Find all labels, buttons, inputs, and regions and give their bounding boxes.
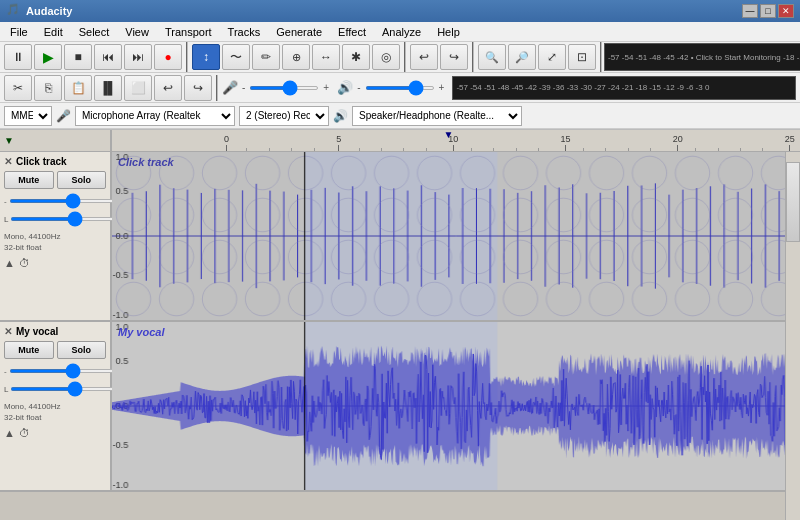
ruler-minor-tick xyxy=(583,148,584,151)
menu-item-select[interactable]: Select xyxy=(71,24,118,40)
cut-button[interactable]: ✂ xyxy=(4,75,32,101)
vocal-track-waveform[interactable]: My vocal xyxy=(112,322,800,490)
meter-scale-row: -57 -54 -51 -48 -45 -42 • Click to Start… xyxy=(608,51,800,63)
zoom-tool[interactable]: ⊕ xyxy=(282,44,310,70)
ruler-mark-25: 25 xyxy=(785,134,795,151)
vocal-track-label: My vocal xyxy=(118,326,164,338)
vocal-track-close[interactable]: ✕ xyxy=(4,326,12,337)
mic-icon: 🎤 xyxy=(222,80,238,95)
menu-item-file[interactable]: File xyxy=(2,24,36,40)
click-mute-button[interactable]: Mute xyxy=(4,171,54,189)
trim-button[interactable]: ▐▌ xyxy=(94,75,122,101)
device-row: MME 🎤 Microphone Array (Realtek 2 (Stere… xyxy=(0,103,800,129)
ruler-minor-tick xyxy=(269,148,270,151)
zoom-out-button[interactable]: 🔎 xyxy=(508,44,536,70)
window-controls: — □ ✕ xyxy=(742,4,794,18)
output-device-select[interactable]: Speaker/Headphone (Realte... xyxy=(352,106,522,126)
click-pan-l: L xyxy=(4,215,8,224)
zoom-toolbar: 🔍 🔎 ⤢ ⊡ xyxy=(474,42,602,72)
draw-mode[interactable]: ◎ xyxy=(372,44,400,70)
ruler-minor-tick xyxy=(493,148,494,151)
menu-item-view[interactable]: View xyxy=(117,24,157,40)
redo-button[interactable]: ↪ xyxy=(440,44,468,70)
ruler-minor-tick xyxy=(762,148,763,151)
scrollbar-thumb[interactable] xyxy=(786,162,800,242)
maximize-button[interactable]: □ xyxy=(760,4,776,18)
app-icon: 🎵 xyxy=(6,3,22,19)
click-track-controls: ✕ Click track Mute Solo - + L xyxy=(0,152,112,320)
ruler-minor-tick xyxy=(628,148,629,151)
stop-button[interactable]: ■ xyxy=(64,44,92,70)
vocal-collapse-icon[interactable]: ▲ xyxy=(4,427,15,439)
selection-tool[interactable]: ↕ xyxy=(192,44,220,70)
vocal-settings-icon[interactable]: ⏱ xyxy=(19,427,30,439)
undo-button[interactable]: ↩ xyxy=(410,44,438,70)
multi-tool[interactable]: ✱ xyxy=(342,44,370,70)
draw-tool[interactable]: ✏ xyxy=(252,44,280,70)
clip-toolbar: ✂ ⎘ 📋 ▐▌ ⬜ ↩ ↪ xyxy=(4,75,218,101)
click-track-waveform[interactable]: Click track xyxy=(112,152,800,320)
playback-scale-row: -57 -54 -51 -48 -45 -42 -39 -36 -33 -30 … xyxy=(456,82,792,94)
ruler-mark-5: 5 xyxy=(336,134,341,151)
playback-scale-label: -57 -54 -51 -48 -45 -42 -39 -36 -33 -30 … xyxy=(456,83,709,92)
vocal-solo-button[interactable]: Solo xyxy=(57,341,107,359)
menu-item-tracks[interactable]: Tracks xyxy=(220,24,269,40)
menu-item-transport[interactable]: Transport xyxy=(157,24,220,40)
ruler-minor-tick xyxy=(516,148,517,151)
output-vol-minus: - xyxy=(357,82,360,93)
close-button[interactable]: ✕ xyxy=(778,4,794,18)
timeline-ruler[interactable]: ▼ 051015202530▼ xyxy=(0,130,800,152)
zoom-in-button[interactable]: 🔍 xyxy=(478,44,506,70)
skip-start-button[interactable]: ⏮ xyxy=(94,44,122,70)
vertical-scrollbar[interactable] xyxy=(785,152,800,520)
input-vol-minus: - xyxy=(242,82,245,93)
tools-toolbar: ↕ 〜 ✏ ⊕ ↔ ✱ ◎ xyxy=(188,42,406,72)
envelope-tool[interactable]: 〜 xyxy=(222,44,250,70)
app-title: Audacity xyxy=(26,5,742,17)
transport-toolbar: ⏸ ▶ ■ ⏮ ⏭ ● xyxy=(0,42,188,72)
ruler-mark-20: 20 xyxy=(673,134,683,151)
playback-meter[interactable]: -57 -54 -51 -48 -45 -42 -39 -36 -33 -30 … xyxy=(452,76,796,100)
timeshift-tool[interactable]: ↔ xyxy=(312,44,340,70)
skip-end-button[interactable]: ⏭ xyxy=(124,44,152,70)
vocal-mute-button[interactable]: Mute xyxy=(4,341,54,359)
ruler-minor-tick xyxy=(314,148,315,151)
silence-button[interactable]: ⬜ xyxy=(124,75,152,101)
fit-selection-button[interactable]: ⤢ xyxy=(538,44,566,70)
redo2-button[interactable]: ↪ xyxy=(184,75,212,101)
record-meter[interactable]: -57 -54 -51 -48 -45 -42 • Click to Start… xyxy=(604,43,800,71)
ruler-minor-tick xyxy=(740,148,741,151)
ruler-minor-tick xyxy=(359,148,360,151)
ruler-minor-tick xyxy=(291,148,292,151)
menu-item-help[interactable]: Help xyxy=(429,24,468,40)
click-track-close[interactable]: ✕ xyxy=(4,156,12,167)
click-solo-button[interactable]: Solo xyxy=(57,171,107,189)
undo2-button[interactable]: ↩ xyxy=(154,75,182,101)
click-track-info: Mono, 44100Hz32-bit float xyxy=(4,231,106,253)
input-device-select[interactable]: Microphone Array (Realtek xyxy=(75,106,235,126)
output-volume-slider[interactable] xyxy=(365,86,435,90)
ruler-mark-15: 15 xyxy=(561,134,571,151)
fit-project-button[interactable]: ⊡ xyxy=(568,44,596,70)
menu-item-generate[interactable]: Generate xyxy=(268,24,330,40)
play-button[interactable]: ▶ xyxy=(34,44,62,70)
ruler-minor-tick xyxy=(718,148,719,151)
menu-item-analyze[interactable]: Analyze xyxy=(374,24,429,40)
vocal-track: ✕ My vocal Mute Solo - + L xyxy=(0,322,800,492)
click-track-label: Click track xyxy=(118,156,174,168)
paste-button[interactable]: 📋 xyxy=(64,75,92,101)
click-collapse-icon[interactable]: ▲ xyxy=(4,257,15,269)
copy-button[interactable]: ⎘ xyxy=(34,75,62,101)
pause-button[interactable]: ⏸ xyxy=(4,44,32,70)
menu-item-edit[interactable]: Edit xyxy=(36,24,71,40)
input-vol-plus: + xyxy=(323,82,329,93)
ruler-minor-tick xyxy=(471,148,472,151)
minimize-button[interactable]: — xyxy=(742,4,758,18)
input-volume-slider[interactable] xyxy=(249,86,319,90)
host-select[interactable]: MME xyxy=(4,106,52,126)
ruler-mark-0: 0 xyxy=(224,134,229,151)
click-settings-icon[interactable]: ⏱ xyxy=(19,257,30,269)
menu-item-effect[interactable]: Effect xyxy=(330,24,374,40)
record-button[interactable]: ● xyxy=(154,44,182,70)
input-channels-select[interactable]: 2 (Stereo) Recor... xyxy=(239,106,329,126)
